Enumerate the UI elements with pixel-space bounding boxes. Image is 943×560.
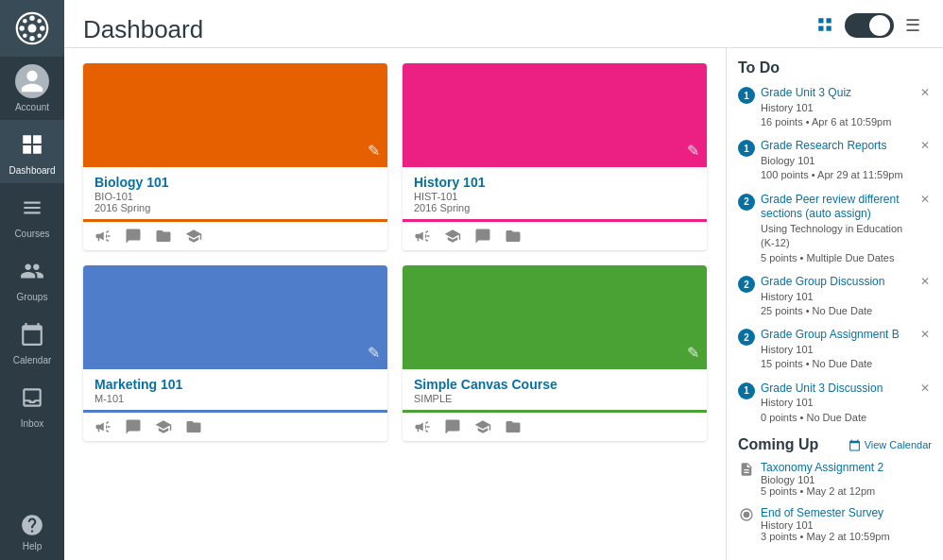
course-card-mkt101[interactable]: ✎ Marketing 101 M-101	[83, 265, 387, 441]
edit-icon-simple[interactable]: ✎	[687, 344, 699, 362]
todo-item-5: 1 Grade Unit 3 Discussion History 101 0 …	[738, 382, 932, 425]
sidebar-item-dashboard[interactable]: Dashboard	[0, 120, 64, 183]
course-footer-hist101	[403, 219, 707, 250]
course-footer-bio101	[83, 219, 387, 250]
todo-close-2[interactable]: ✕	[918, 193, 932, 206]
folder-icon-3[interactable]	[185, 418, 202, 435]
announce-icon-4[interactable]	[414, 418, 431, 435]
todo-item-4: 2 Grade Group Assignment B History 101 1…	[738, 328, 932, 371]
course-image-simple: ✎	[403, 265, 707, 369]
announce-icon-2[interactable]	[414, 228, 431, 245]
todo-sub2-1: 100 points • Apr 29 at 11:59pm	[761, 168, 913, 182]
todo-close-3[interactable]: ✕	[918, 275, 932, 288]
todo-title-4[interactable]: Grade Group Assignment B	[761, 328, 913, 343]
course-body-bio101: Biology 101 BIO-101 2016 Spring	[83, 167, 387, 213]
todo-close-0[interactable]: ✕	[918, 86, 932, 99]
canvas-logo[interactable]	[0, 0, 64, 57]
view-calendar-link[interactable]: View Calendar	[849, 439, 932, 451]
menu-button[interactable]: ☰	[901, 11, 924, 40]
announce-icon[interactable]	[94, 228, 111, 245]
todo-close-1[interactable]: ✕	[918, 139, 932, 152]
page-title: Dashboard	[83, 15, 813, 44]
todo-sub1-4: History 101	[761, 343, 913, 357]
grades-icon[interactable]	[185, 228, 202, 245]
course-code-simple: SIMPLE	[414, 393, 695, 404]
grid-view-button[interactable]	[813, 12, 837, 40]
todo-sub2-5: 0 points • No Due Date	[761, 411, 913, 425]
course-name-mkt101[interactable]: Marketing 101	[94, 377, 376, 392]
todo-title-1[interactable]: Grade Research Reports	[761, 139, 913, 154]
sidebar-dashboard-label: Dashboard	[9, 165, 56, 176]
edit-icon-mkt101[interactable]: ✎	[368, 344, 380, 362]
grades-icon-3[interactable]	[155, 418, 172, 435]
todo-badge-2: 2	[738, 194, 755, 211]
todo-sub1-2: Using Technology in Education (K-12)	[761, 222, 913, 251]
svg-point-5	[40, 25, 44, 30]
edit-icon-hist101[interactable]: ✎	[687, 142, 699, 160]
course-image-hist101: ✎	[403, 63, 707, 167]
course-code-mkt101: M-101	[94, 393, 376, 404]
sidebar-item-account[interactable]: Account	[0, 57, 64, 120]
courses-area: ✎ Biology 101 BIO-101 2016 Spring	[64, 48, 726, 560]
folder-icon-2[interactable]	[505, 228, 522, 245]
todo-item-3: 2 Grade Group Discussion History 101 25 …	[738, 275, 932, 318]
main-content: Dashboard ☰ ✎ Biology 101 BIO-1	[64, 0, 943, 560]
view-toggle[interactable]	[845, 13, 894, 38]
coming-up-content-0: Taxonomy Assignment 2 Biology 101 5 poin…	[761, 461, 883, 497]
todo-item-2: 2 Grade Peer review different sections (…	[738, 193, 932, 265]
todo-sub2-4: 15 points • No Due Date	[761, 357, 913, 371]
folder-icon-4[interactable]	[505, 418, 522, 435]
edit-icon-bio101[interactable]: ✎	[368, 142, 380, 160]
todo-sub1-3: History 101	[761, 290, 913, 304]
sidebar-item-inbox[interactable]: Inbox	[0, 373, 64, 436]
course-card-bio101[interactable]: ✎ Biology 101 BIO-101 2016 Spring	[83, 63, 387, 250]
sidebar-item-calendar[interactable]: Calendar	[0, 310, 64, 373]
svg-point-4	[20, 25, 25, 30]
course-term-hist101: 2016 Spring	[414, 202, 695, 213]
grades-icon-4[interactable]	[474, 418, 491, 435]
header-controls: ☰	[813, 11, 924, 40]
todo-sub2-2: 5 points • Multiple Due Dates	[761, 251, 913, 265]
course-code-hist101: HIST-101	[414, 191, 695, 202]
coming-up-item-1: End of Semester Survey History 101 3 poi…	[738, 506, 932, 542]
todo-title-5[interactable]: Grade Unit 3 Discussion	[761, 382, 913, 397]
todo-title-0[interactable]: Grade Unit 3 Quiz	[761, 86, 913, 101]
todo-sub1-5: History 101	[761, 396, 913, 410]
cu-sub1-1: History 101	[761, 519, 890, 531]
svg-point-1	[28, 25, 37, 33]
course-term-bio101: 2016 Spring	[94, 202, 376, 213]
cu-title-1[interactable]: End of Semester Survey	[761, 506, 890, 519]
course-name-simple[interactable]: Simple Canvas Course	[414, 377, 695, 392]
coming-up-item-0: Taxonomy Assignment 2 Biology 101 5 poin…	[738, 461, 932, 497]
todo-badge-3: 2	[738, 276, 755, 293]
discussion-icon[interactable]	[125, 228, 142, 245]
course-card-hist101[interactable]: ✎ History 101 HIST-101 2016 Spring	[403, 63, 707, 250]
cu-title-0[interactable]: Taxonomy Assignment 2	[761, 461, 883, 474]
todo-content-5: Grade Unit 3 Discussion History 101 0 po…	[761, 382, 913, 425]
discussion-icon-2[interactable]	[474, 228, 491, 245]
course-card-simple[interactable]: ✎ Simple Canvas Course SIMPLE	[403, 265, 707, 441]
folder-icon[interactable]	[155, 228, 172, 245]
grades-icon-2[interactable]	[444, 228, 461, 245]
sidebar-item-groups[interactable]: Groups	[0, 246, 64, 310]
svg-point-7	[37, 33, 42, 38]
sidebar-item-courses[interactable]: Courses	[0, 183, 64, 246]
sidebar-groups-label: Groups	[17, 292, 48, 302]
sidebar-help-label: Help	[23, 541, 43, 552]
todo-close-5[interactable]: ✕	[918, 382, 932, 395]
discussion-icon-4[interactable]	[444, 418, 461, 435]
todo-close-4[interactable]: ✕	[918, 328, 932, 341]
todo-sub1-0: History 101	[761, 101, 913, 115]
todo-badge-5: 1	[738, 382, 755, 399]
discussion-icon-3[interactable]	[125, 418, 142, 435]
course-name-hist101[interactable]: History 101	[414, 175, 695, 190]
announce-icon-3[interactable]	[94, 418, 111, 435]
coming-up-header: Coming Up View Calendar	[738, 436, 932, 453]
sidebar-item-help[interactable]: Help	[0, 503, 64, 560]
todo-title-3[interactable]: Grade Group Discussion	[761, 275, 913, 290]
course-name-bio101[interactable]: Biology 101	[94, 175, 376, 190]
sidebar-courses-label: Courses	[14, 229, 49, 239]
header: Dashboard ☰	[64, 0, 943, 48]
calendar-icon	[15, 317, 49, 351]
todo-title-2[interactable]: Grade Peer review different sections (au…	[761, 193, 913, 222]
